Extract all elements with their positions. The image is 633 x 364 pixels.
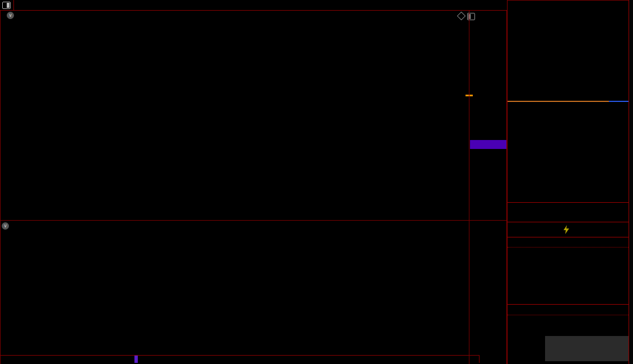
buy-average-row — [508, 212, 629, 222]
bid1-detail-row — [508, 305, 629, 315]
window-icon[interactable] — [2, 2, 11, 9]
watermark-box — [545, 336, 629, 361]
order-book-panel — [507, 0, 629, 364]
spread-separator-accent — [609, 101, 629, 102]
bid-section-divider — [508, 304, 629, 305]
indicator-header: ∨ — [2, 222, 16, 230]
lightning-icon — [564, 225, 569, 234]
period-indicator[interactable] — [479, 355, 508, 363]
order-book-summary — [508, 202, 629, 222]
current-date-badge — [134, 356, 138, 363]
chevron-down-icon[interactable]: ∨ — [2, 222, 9, 230]
chevron-down-icon[interactable]: ∨ — [7, 12, 14, 19]
chart-title-row: ∨ — [3, 12, 14, 19]
stock-app-window: ∨ ∨ — [0, 0, 633, 364]
top-toolbar — [0, 0, 507, 11]
ask1-detail-row — [508, 237, 629, 248]
spread-separator — [508, 101, 609, 102]
clipped-right-panel — [629, 0, 633, 364]
price-axis-badge — [470, 140, 508, 149]
toolbar-divider — [13, 0, 14, 10]
sell-average-row — [508, 203, 629, 212]
thousand-level-link-row[interactable] — [508, 222, 629, 237]
